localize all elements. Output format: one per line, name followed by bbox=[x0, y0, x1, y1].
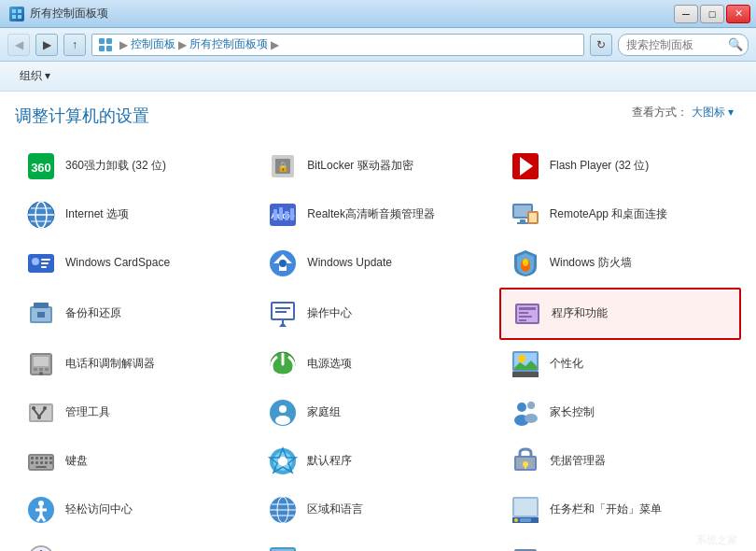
forward-button[interactable]: ▶ bbox=[35, 34, 58, 56]
address-path[interactable]: ▶ 控制面板 ▶ 所有控制面板项 ▶ bbox=[91, 34, 584, 56]
icon-region bbox=[266, 493, 300, 527]
label-admintools: 管理工具 bbox=[65, 405, 110, 420]
label-actioncenter: 操作中心 bbox=[307, 306, 352, 321]
svg-rect-116 bbox=[514, 499, 537, 516]
svg-rect-37 bbox=[41, 266, 47, 268]
path-item-controlpanel[interactable]: 控制面板 bbox=[131, 36, 175, 52]
toolbar: 组织 ▾ bbox=[0, 62, 756, 92]
svg-rect-44 bbox=[34, 303, 49, 308]
path-item-root[interactable] bbox=[98, 37, 117, 52]
item-admintools[interactable]: 管理工具 bbox=[15, 389, 257, 437]
icon-personalization bbox=[509, 347, 542, 381]
label-flashplayer: Flash Player (32 位) bbox=[550, 159, 650, 174]
svg-point-75 bbox=[43, 406, 47, 410]
icons-grid: 360 360强力卸载 (32 位) 🔒 BitLocker 驱动器加密 bbox=[15, 142, 741, 551]
item-internet[interactable]: Internet 选项 bbox=[15, 191, 257, 239]
item-devmgr[interactable]: 设备管理器 bbox=[499, 534, 741, 551]
item-datetime[interactable]: 日期和时间 bbox=[15, 534, 257, 551]
up-button[interactable]: ↑ bbox=[63, 34, 86, 56]
item-backup[interactable]: 备份和还原 bbox=[15, 288, 257, 340]
label-personalization: 个性化 bbox=[550, 357, 583, 372]
svg-rect-51 bbox=[282, 319, 284, 323]
svg-rect-35 bbox=[41, 259, 50, 261]
item-bitlocker[interactable]: 🔒 BitLocker 驱动器加密 bbox=[257, 142, 498, 191]
organize-button[interactable]: 组织 ▾ bbox=[9, 65, 61, 88]
svg-rect-5 bbox=[106, 38, 112, 44]
svg-rect-6 bbox=[99, 46, 105, 51]
svg-rect-86 bbox=[31, 457, 34, 459]
svg-rect-56 bbox=[519, 316, 532, 318]
svg-point-105 bbox=[38, 501, 44, 506]
item-programs[interactable]: 程序和功能 bbox=[499, 288, 741, 340]
item-360[interactable]: 360 360强力卸载 (32 位) bbox=[15, 142, 257, 191]
item-getstarted[interactable]: 入门 bbox=[257, 534, 498, 551]
icon-phone bbox=[24, 347, 58, 381]
svg-rect-45 bbox=[37, 312, 45, 318]
icon-homegroup bbox=[266, 396, 300, 430]
svg-rect-61 bbox=[34, 357, 49, 366]
item-keyboard[interactable]: 键盘 bbox=[15, 437, 257, 486]
back-button[interactable]: ◀ bbox=[7, 34, 30, 56]
item-phone[interactable]: 电话和调制解调器 bbox=[15, 340, 257, 389]
item-homegroup[interactable]: 家庭组 bbox=[257, 389, 498, 437]
label-backup: 备份和还原 bbox=[65, 306, 121, 321]
item-access[interactable]: 轻松访问中心 bbox=[15, 486, 257, 534]
item-windowsupdate[interactable]: Windows Update bbox=[257, 239, 498, 288]
icon-credentials bbox=[509, 445, 542, 478]
svg-point-76 bbox=[37, 416, 41, 419]
path-item-allitems[interactable]: 所有控制面板项 bbox=[189, 36, 268, 52]
svg-rect-89 bbox=[45, 457, 48, 459]
label-taskbar: 任务栏和「开始」菜单 bbox=[550, 502, 662, 517]
icon-defaultprog bbox=[266, 445, 300, 478]
svg-rect-64 bbox=[45, 368, 49, 371]
item-credentials[interactable]: 凭据管理器 bbox=[499, 437, 741, 486]
item-flashplayer[interactable]: Flash Player (32 位) bbox=[499, 142, 741, 191]
close-button[interactable]: ✕ bbox=[726, 5, 750, 23]
item-realtek[interactable]: Audio Realtek高清晰音频管理器 bbox=[257, 191, 498, 239]
maximize-button[interactable]: □ bbox=[700, 5, 724, 23]
svg-rect-69 bbox=[512, 372, 539, 377]
label-firewall: Windows 防火墙 bbox=[550, 256, 632, 271]
item-power[interactable]: 电源选项 bbox=[257, 340, 498, 389]
refresh-button[interactable]: ↻ bbox=[590, 34, 612, 56]
item-cardspace[interactable]: Windows CardSpace bbox=[15, 239, 257, 288]
icon-realtek: Audio bbox=[266, 198, 300, 232]
item-firewall[interactable]: Windows 防火墙 bbox=[499, 239, 741, 288]
item-defaultprog[interactable]: 默认程序 bbox=[257, 437, 498, 486]
svg-rect-119 bbox=[520, 518, 531, 522]
item-actioncenter[interactable]: 操作中心 bbox=[257, 288, 498, 340]
svg-text:🔒: 🔒 bbox=[277, 161, 289, 173]
svg-point-39 bbox=[279, 260, 287, 267]
icon-taskbar bbox=[509, 493, 542, 527]
minimize-button[interactable]: ─ bbox=[674, 5, 698, 23]
label-keyboard: 键盘 bbox=[65, 454, 88, 469]
label-credentials: 凭据管理器 bbox=[550, 454, 606, 469]
path-sep-3: ▶ bbox=[271, 38, 279, 51]
label-parental: 家长控制 bbox=[550, 405, 595, 420]
window-icon bbox=[9, 7, 24, 21]
item-parental[interactable]: 家长控制 bbox=[499, 389, 741, 437]
icon-remoteapp bbox=[509, 198, 542, 232]
svg-rect-36 bbox=[41, 262, 49, 264]
label-windowsupdate: Windows Update bbox=[307, 256, 392, 271]
item-taskbar[interactable]: 任务栏和「开始」菜单 bbox=[499, 486, 741, 534]
svg-point-81 bbox=[527, 402, 535, 409]
item-personalization[interactable]: 个性化 bbox=[499, 340, 741, 389]
address-bar: ◀ ▶ ↑ ▶ 控制面板 ▶ 所有控制面板项 ▶ ↻ 🔍 bbox=[0, 28, 756, 62]
svg-rect-1 bbox=[18, 9, 21, 13]
view-mode-selector[interactable]: 大图标 ▾ bbox=[692, 105, 734, 120]
icon-cardspace bbox=[24, 247, 58, 280]
icon-360: 360 bbox=[24, 149, 58, 183]
window-title: 所有控制面板项 bbox=[30, 6, 108, 21]
svg-rect-92 bbox=[35, 461, 38, 464]
item-region[interactable]: 区域和语言 bbox=[257, 486, 498, 534]
svg-rect-32 bbox=[529, 213, 537, 222]
item-remoteapp[interactable]: RemoteApp 和桌面连接 bbox=[499, 191, 741, 239]
search-wrapper: 🔍 bbox=[618, 34, 749, 56]
label-defaultprog: 默认程序 bbox=[307, 454, 352, 469]
icon-backup bbox=[24, 297, 58, 331]
title-bar-left: 所有控制面板项 bbox=[9, 6, 108, 21]
search-icon[interactable]: 🔍 bbox=[728, 37, 743, 51]
svg-rect-30 bbox=[517, 222, 528, 224]
icon-flashplayer bbox=[509, 149, 542, 183]
